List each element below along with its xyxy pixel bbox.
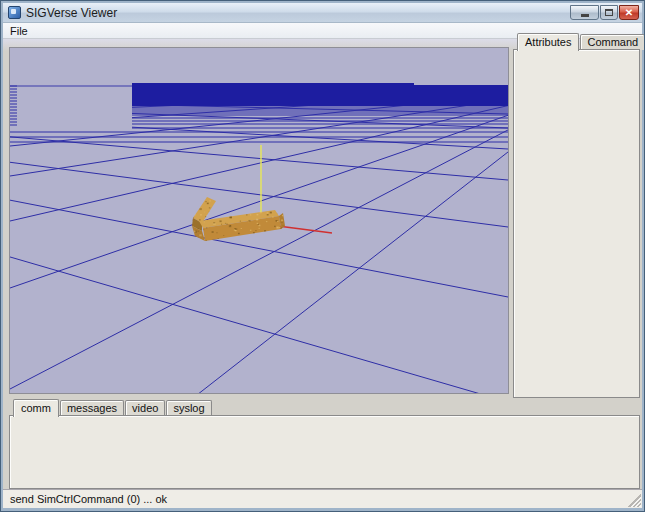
minimize-icon (581, 14, 589, 17)
viewport-3d[interactable] (9, 47, 509, 394)
scene-canvas[interactable] (10, 48, 508, 393)
window-controls: ✕ (570, 5, 639, 20)
tab-syslog[interactable]: syslog (166, 400, 211, 416)
resize-grip-icon[interactable] (628, 494, 641, 507)
bottom-panel-page (9, 415, 640, 489)
maximize-button[interactable] (600, 5, 618, 20)
right-panel-page (513, 49, 640, 398)
status-bar: send SimCtrlCommand (0) ... ok (3, 489, 642, 508)
right-panel-tabs: Attributes Command (517, 35, 645, 50)
close-icon: ✕ (625, 8, 633, 18)
tab-command[interactable]: Command (580, 34, 645, 50)
app-window: SIGVerse Viewer ✕ File Attributes Comman… (0, 0, 645, 512)
minimize-button[interactable] (570, 5, 599, 20)
client-area: Attributes Command Attributes Parts Attr… (3, 39, 642, 489)
tab-attributes[interactable]: Attributes (517, 33, 579, 51)
close-button[interactable]: ✕ (619, 5, 639, 20)
tab-comm[interactable]: comm (13, 399, 59, 417)
title-bar[interactable]: SIGVerse Viewer ✕ (3, 3, 642, 23)
window-title: SIGVerse Viewer (26, 6, 117, 20)
app-icon (8, 6, 21, 19)
tab-messages[interactable]: messages (60, 400, 124, 416)
tab-video[interactable]: video (125, 400, 165, 416)
maximize-icon (605, 9, 613, 16)
bottom-panel-tabs: comm messages video syslog (13, 402, 213, 416)
menu-file[interactable]: File (3, 24, 35, 38)
status-message: send SimCtrlCommand (0) ... ok (3, 493, 167, 505)
